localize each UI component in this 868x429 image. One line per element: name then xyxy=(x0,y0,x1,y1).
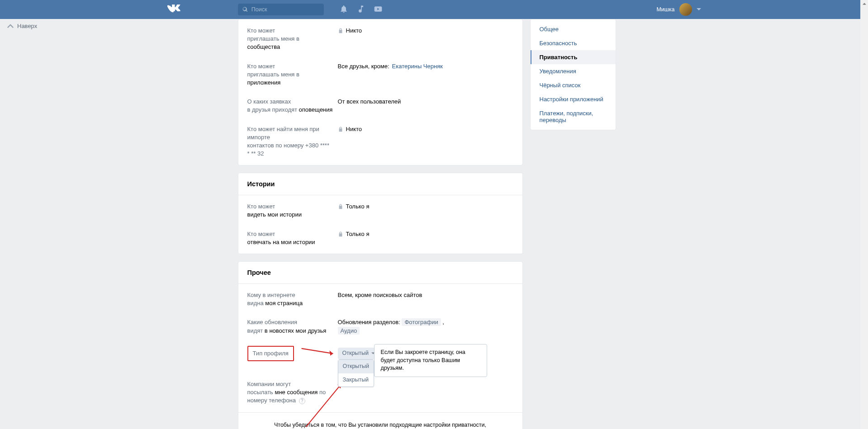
settings-sidebar: Общее Безопасность Приватность Уведомлен… xyxy=(530,19,616,130)
tag[interactable]: Фотографии xyxy=(402,318,441,326)
other-section: Прочее Кому в интернетевидна моя страниц… xyxy=(238,261,523,429)
section-header: Прочее xyxy=(238,262,522,284)
lock-icon xyxy=(338,231,343,237)
setting-row[interactable]: О каких заявкахв друзья приходят оповеще… xyxy=(238,92,522,119)
sidebar-item-general[interactable]: Общее xyxy=(531,22,616,36)
user-menu[interactable]: Мишка xyxy=(656,3,701,16)
sidebar-item-security[interactable]: Безопасность xyxy=(531,36,616,50)
lock-icon xyxy=(338,28,343,33)
search-box[interactable] xyxy=(238,4,324,15)
highlight-box: Тип профиля xyxy=(247,346,294,361)
notifications-icon[interactable] xyxy=(339,5,348,15)
chevron-up-icon xyxy=(7,23,14,29)
vk-logo[interactable] xyxy=(167,4,231,15)
music-icon[interactable] xyxy=(356,5,365,15)
profile-type-dropdown[interactable]: Открытый Открытый Закрытый xyxy=(338,348,380,359)
exception-link[interactable]: Екатерины Черняк xyxy=(392,62,443,71)
lock-icon xyxy=(338,204,343,209)
search-icon xyxy=(242,6,248,13)
back-to-top[interactable]: Наверх xyxy=(7,23,37,29)
setting-row[interactable]: Кто можетприглашать меня в сообщества Ни… xyxy=(238,21,522,57)
setting-row[interactable]: Кому в интернетевидна моя страница Всем,… xyxy=(238,286,522,313)
stories-section: Истории Кто можетвидеть мои истории Толь… xyxy=(238,173,523,254)
video-icon[interactable] xyxy=(374,5,383,15)
footer-note: Чтобы убедиться в том, что Вы установили… xyxy=(238,412,522,429)
dropdown-menu: Открытый Закрытый xyxy=(338,359,375,387)
lock-icon xyxy=(338,127,343,132)
tag[interactable]: Аудио xyxy=(338,327,360,335)
scrollbar[interactable] xyxy=(860,0,868,429)
setting-row[interactable]: Какие обновлениявидят в новостях мои дру… xyxy=(238,313,522,340)
section-header: Истории xyxy=(238,173,522,195)
sidebar-item-payments[interactable]: Платежи, подписки, переводы xyxy=(531,106,616,127)
chevron-down-icon xyxy=(697,7,701,12)
setting-row[interactable]: Кто можетотвечать на мои истории Только … xyxy=(238,225,522,252)
dropdown-option-closed[interactable]: Закрытый xyxy=(338,373,374,387)
sidebar-item-privacy[interactable]: Приватность xyxy=(531,50,616,64)
sidebar-item-blacklist[interactable]: Чёрный список xyxy=(531,78,616,92)
help-icon[interactable]: ? xyxy=(299,398,305,404)
setting-row[interactable]: Кто можетприглашать меня в приложения Вс… xyxy=(238,57,522,93)
topbar: Мишка xyxy=(0,0,868,19)
scrollbar-up-button[interactable] xyxy=(860,0,868,8)
sidebar-item-apps[interactable]: Настройки приложений xyxy=(531,92,616,106)
setting-row-profile-type: Тип профиля Открытый Открытый Закрытый Е… xyxy=(238,340,522,367)
setting-row[interactable]: Кто может найти меня при импортеконтакто… xyxy=(238,120,522,164)
username: Мишка xyxy=(656,6,674,13)
invites-section: Кто можетприглашать меня в сообщества Ни… xyxy=(238,19,523,165)
dropdown-option-open[interactable]: Открытый xyxy=(338,360,374,373)
sidebar-item-notifications[interactable]: Уведомления xyxy=(531,64,616,78)
search-input[interactable] xyxy=(251,6,319,13)
setting-row[interactable]: Кто можетвидеть мои истории Только я xyxy=(238,197,522,224)
avatar xyxy=(679,3,692,16)
tooltip: Если Вы закроете страницу, она будет дос… xyxy=(374,344,487,377)
